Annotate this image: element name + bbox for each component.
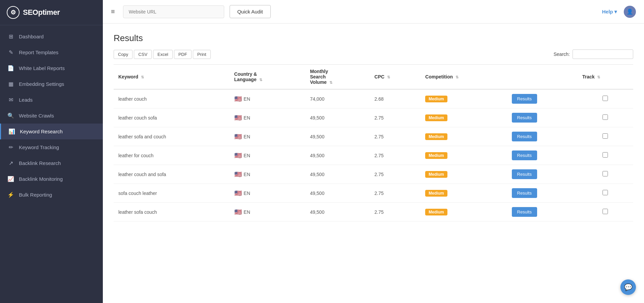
website-url-input[interactable]	[123, 5, 224, 18]
competition-badge: Medium	[425, 190, 447, 197]
country-cell: 🇺🇸 EN	[230, 127, 305, 146]
track-checkbox[interactable]	[603, 114, 608, 120]
volume-cell: 49,500	[305, 165, 370, 184]
language-label: EN	[244, 153, 250, 158]
cpc-cell: 2.75	[370, 203, 421, 222]
sidebar-logo: ⚙ SEOptimer	[0, 0, 103, 25]
language-label: EN	[244, 115, 250, 121]
flag-icon: 🇺🇸	[234, 152, 242, 159]
search-area: Search:	[554, 49, 633, 59]
table-row: leather couch and sofa 🇺🇸 EN 49,500 2.75…	[114, 165, 633, 184]
help-button[interactable]: Help ▾	[602, 9, 617, 15]
keyword-cell: leather couch and sofa	[114, 165, 230, 184]
keyword-research-icon: 📊	[8, 128, 15, 135]
header: ≡ Quick Audit Help ▾ 👤	[103, 0, 644, 24]
results-action-cell[interactable]: Results	[507, 89, 578, 108]
sidebar-item-website-crawls[interactable]: 🔍 Website Crawls	[0, 108, 103, 124]
results-button[interactable]: Results	[512, 169, 537, 179]
sidebar-item-backlink-monitoring[interactable]: 📈 Backlink Monitoring	[0, 171, 103, 187]
volume-cell: 49,500	[305, 184, 370, 203]
sidebar-item-keyword-research[interactable]: 📊 Keyword Research	[0, 124, 103, 139]
results-action-cell[interactable]: Results	[507, 127, 578, 146]
sidebar-item-backlink-research[interactable]: ↗ Backlink Research	[0, 155, 103, 171]
track-checkbox[interactable]	[603, 171, 608, 176]
results-button[interactable]: Results	[512, 113, 537, 123]
export-btn-copy[interactable]: Copy	[114, 50, 133, 59]
track-checkbox[interactable]	[603, 152, 608, 158]
sidebar-item-label: Backlink Research	[19, 160, 61, 166]
language-label: EN	[244, 172, 250, 177]
export-buttons: CopyCSVExcelPDFPrint	[114, 50, 212, 59]
track-cell[interactable]	[578, 127, 633, 146]
results-button[interactable]: Results	[512, 150, 537, 160]
cpc-cell: 2.75	[370, 127, 421, 146]
cpc-cell: 2.75	[370, 165, 421, 184]
search-input[interactable]	[573, 49, 633, 59]
keyword-cell: sofa couch leather	[114, 184, 230, 203]
results-table: Keyword ⇅ Country &Language ⇅ MonthlySea…	[114, 64, 633, 222]
results-action-cell[interactable]: Results	[507, 203, 578, 222]
sidebar-item-embedding-settings[interactable]: ▦ Embedding Settings	[0, 76, 103, 92]
competition-cell: Medium	[420, 184, 507, 203]
competition-badge: Medium	[425, 152, 447, 159]
content-area: Results CopyCSVExcelPDFPrint Search: Key…	[103, 24, 644, 303]
sidebar-item-leads[interactable]: ✉ Leads	[0, 92, 103, 108]
track-cell[interactable]	[578, 165, 633, 184]
results-button[interactable]: Results	[512, 207, 537, 217]
chat-button[interactable]: 💬	[620, 279, 636, 295]
logo-icon: ⚙	[7, 6, 20, 19]
track-cell[interactable]	[578, 89, 633, 108]
embedding-settings-icon: ▦	[7, 81, 14, 87]
export-btn-csv[interactable]: CSV	[134, 50, 152, 59]
export-btn-pdf[interactable]: PDF	[174, 50, 192, 59]
language-label: EN	[244, 134, 250, 139]
competition-cell: Medium	[420, 127, 507, 146]
volume-cell: 74,000	[305, 89, 370, 108]
col-results-action	[507, 65, 578, 90]
keyword-cell: leather sofa and couch	[114, 127, 230, 146]
track-cell[interactable]	[578, 184, 633, 203]
competition-cell: Medium	[420, 89, 507, 108]
sidebar-item-keyword-tracking[interactable]: ✏ Keyword Tracking	[0, 139, 103, 155]
keyword-cell: leather couch	[114, 89, 230, 108]
results-button[interactable]: Results	[512, 94, 537, 104]
track-checkbox[interactable]	[603, 96, 608, 101]
country-cell: 🇺🇸 EN	[230, 146, 305, 165]
keyword-cell: leather for couch	[114, 146, 230, 165]
competition-cell: Medium	[420, 108, 507, 127]
sidebar-item-dashboard[interactable]: ⊞ Dashboard	[0, 29, 103, 44]
results-button[interactable]: Results	[512, 188, 537, 198]
track-cell[interactable]	[578, 203, 633, 222]
results-title: Results	[114, 33, 633, 43]
country-cell: 🇺🇸 EN	[230, 184, 305, 203]
track-checkbox[interactable]	[603, 209, 608, 214]
track-cell[interactable]	[578, 108, 633, 127]
track-cell[interactable]	[578, 146, 633, 165]
sidebar: ⚙ SEOptimer ⊞ Dashboard✎ Report Template…	[0, 0, 103, 303]
user-avatar[interactable]: 👤	[624, 6, 636, 18]
export-btn-excel[interactable]: Excel	[153, 50, 173, 59]
results-action-cell[interactable]: Results	[507, 184, 578, 203]
track-checkbox[interactable]	[603, 190, 608, 195]
track-checkbox[interactable]	[603, 133, 608, 139]
sidebar-item-bulk-reporting[interactable]: ⚡ Bulk Reporting	[0, 187, 103, 203]
col-country-language: Country &Language ⇅	[230, 65, 305, 90]
results-action-cell[interactable]: Results	[507, 108, 578, 127]
keyword-tracking-icon: ✏	[7, 144, 14, 150]
results-action-cell[interactable]: Results	[507, 165, 578, 184]
export-btn-print[interactable]: Print	[193, 50, 211, 59]
sidebar-item-report-templates[interactable]: ✎ Report Templates	[0, 44, 103, 60]
results-button[interactable]: Results	[512, 132, 537, 141]
results-action-cell[interactable]: Results	[507, 146, 578, 165]
dashboard-icon: ⊞	[7, 33, 14, 40]
sidebar-item-label: Embedding Settings	[19, 81, 64, 87]
backlink-monitoring-icon: 📈	[7, 176, 14, 182]
hamburger-icon[interactable]: ≡	[111, 8, 115, 15]
table-row: sofa couch leather 🇺🇸 EN 49,500 2.75 Med…	[114, 184, 633, 203]
quick-audit-button[interactable]: Quick Audit	[230, 5, 271, 18]
chevron-down-icon: ▾	[614, 9, 617, 15]
competition-badge: Medium	[425, 209, 447, 215]
sidebar-item-label: Report Templates	[19, 49, 58, 55]
language-label: EN	[244, 191, 250, 196]
sidebar-item-white-label-reports[interactable]: 📄 White Label Reports	[0, 60, 103, 76]
